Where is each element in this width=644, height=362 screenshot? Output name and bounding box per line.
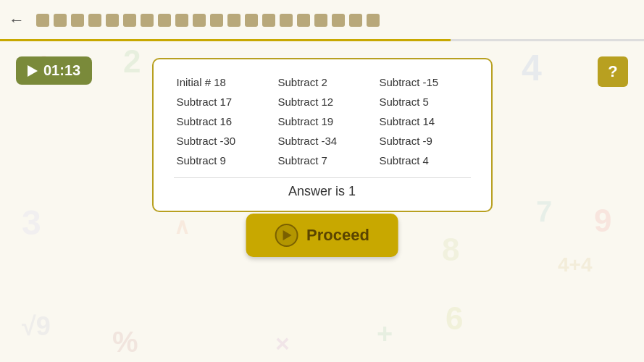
proceed-label: Proceed (306, 226, 369, 245)
card-cell: Subtract 7 (275, 152, 369, 169)
bg-number: 6 (446, 300, 463, 337)
card-cell: Subtract 14 (377, 113, 471, 130)
bg-number: 4+4 (558, 253, 593, 277)
progress-dot (36, 14, 49, 27)
progress-dot (210, 14, 223, 27)
progress-dot (227, 14, 241, 27)
card-cell: Subtract 2 (275, 74, 369, 90)
card-grid: Initial # 18Subtract 2Subtract -15Subtra… (174, 74, 471, 169)
progress-dot (158, 14, 171, 27)
bg-number: 3 (22, 203, 41, 243)
progress-dot (175, 14, 188, 27)
card-cell: Subtract 19 (275, 113, 369, 130)
bg-number: % (112, 326, 138, 358)
card-cell: Subtract -15 (377, 74, 471, 90)
progress-dot (123, 14, 136, 27)
bg-number: 7 (536, 195, 552, 228)
progress-dot (280, 14, 293, 27)
answer-row: Answer is 1 (174, 177, 471, 199)
bg-number: 4 (522, 47, 542, 89)
progress-dot (88, 14, 101, 27)
progress-dot (349, 14, 362, 27)
bg-number: 9 (594, 203, 611, 239)
card-cell: Subtract 5 (377, 93, 471, 110)
progress-dot (141, 14, 154, 27)
progress-dot (297, 14, 310, 27)
card-cell: Subtract -30 (174, 132, 268, 149)
progress-dot (245, 14, 258, 27)
proceed-triangle-icon (283, 230, 291, 240)
top-bar: ← (0, 0, 644, 40)
timer: 01:13 (16, 56, 92, 85)
progress-dots (36, 14, 644, 27)
card-cell: Subtract 16 (174, 113, 268, 130)
card-cell: Subtract 9 (174, 152, 268, 169)
card-cell: Subtract 12 (275, 93, 369, 110)
bg-number: ∧ (174, 214, 190, 239)
help-button[interactable]: ? (598, 56, 628, 87)
progress-dot (262, 14, 275, 27)
progress-dot (106, 14, 119, 27)
card-cell: Initial # 18 (174, 74, 268, 90)
card-cell: Subtract -34 (275, 132, 369, 149)
progress-dot (193, 14, 206, 27)
bg-number: + (377, 319, 393, 350)
card-cell: Subtract 17 (174, 93, 268, 110)
progress-dot (54, 14, 67, 27)
card-cell: Subtract -9 (377, 132, 471, 149)
progress-dot (71, 14, 84, 27)
bg-number: 2 (123, 43, 141, 80)
bg-number: √9 (22, 311, 51, 342)
proceed-play-icon (275, 224, 298, 247)
main-card: Initial # 18Subtract 2Subtract -15Subtra… (152, 58, 493, 212)
progress-bar (0, 39, 644, 41)
timer-label: 01:13 (43, 62, 80, 79)
progress-dot (314, 14, 327, 27)
back-button[interactable]: ← (9, 11, 25, 30)
timer-play-icon (28, 65, 38, 77)
bg-number: 8 (442, 232, 459, 268)
bg-number: × (275, 329, 290, 358)
progress-dot (367, 14, 380, 27)
card-cell: Subtract 4 (377, 152, 471, 169)
progress-dot (332, 14, 345, 27)
proceed-button[interactable]: Proceed (246, 214, 398, 257)
